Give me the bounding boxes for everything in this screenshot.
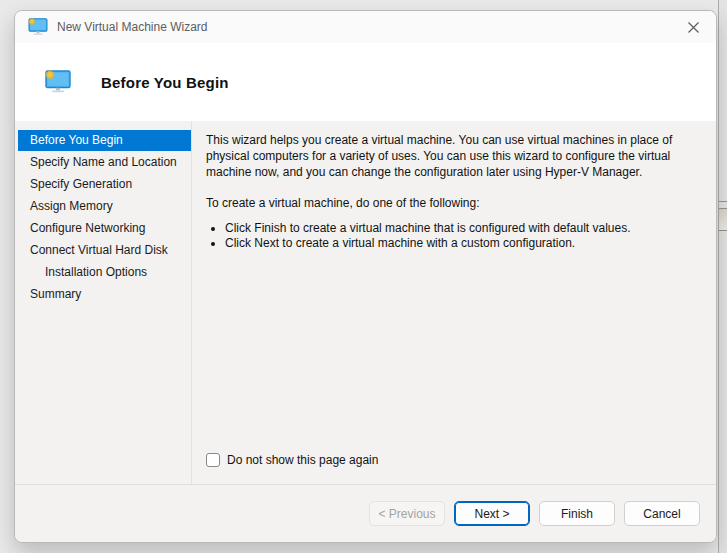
page-title: Before You Begin <box>101 74 229 91</box>
nav-item-installation-options[interactable]: Installation Options <box>18 262 191 283</box>
nav-item-connect-virtual-hard-disk[interactable]: Connect Virtual Hard Disk <box>18 240 191 261</box>
next-button[interactable]: Next > <box>454 501 530 526</box>
dont-show-again-checkbox[interactable] <box>206 453 220 467</box>
vm-wizard-icon <box>28 18 48 36</box>
close-button[interactable] <box>671 11 716 43</box>
nav-item-assign-memory[interactable]: Assign Memory <box>18 196 191 217</box>
window-title: New Virtual Machine Wizard <box>57 20 208 34</box>
nav-item-configure-networking[interactable]: Configure Networking <box>18 218 191 239</box>
wizard-header: Before You Begin <box>15 43 716 121</box>
dont-show-again-label: Do not show this page again <box>227 453 378 467</box>
title-bar: New Virtual Machine Wizard <box>15 11 716 43</box>
wizard-steps-nav: Before You Begin Specify Name and Locati… <box>15 121 191 484</box>
prompt-paragraph: To create a virtual machine, do one of t… <box>206 195 704 211</box>
wizard-body: Before You Begin Specify Name and Locati… <box>15 121 716 484</box>
options-list: Click Finish to create a virtual machine… <box>206 221 696 250</box>
option-finish-default: Click Finish to create a virtual machine… <box>225 221 696 236</box>
nav-item-specify-generation[interactable]: Specify Generation <box>18 174 191 195</box>
wizard-page-content: This wizard helps you create a virtual m… <box>191 121 716 484</box>
nav-item-before-you-begin[interactable]: Before You Begin <box>18 130 191 151</box>
new-vm-wizard-dialog: New Virtual Machine Wizard Befo <box>14 10 717 543</box>
wizard-footer: < Previous Next > Finish Cancel <box>15 484 716 542</box>
nav-item-specify-name-location[interactable]: Specify Name and Location <box>18 152 191 173</box>
previous-button: < Previous <box>369 501 445 526</box>
desktop-background: New Virtual Machine Wizard Befo <box>0 0 727 553</box>
cancel-button[interactable]: Cancel <box>624 501 700 526</box>
finish-button[interactable]: Finish <box>539 501 615 526</box>
dont-show-again-row[interactable]: Do not show this page again <box>206 453 378 467</box>
option-next-custom: Click Next to create a virtual machine w… <box>225 236 696 251</box>
background-line <box>719 201 727 202</box>
vm-wizard-icon <box>45 70 71 94</box>
background-window-edge <box>718 0 727 553</box>
intro-paragraph: This wizard helps you create a virtual m… <box>206 132 704 180</box>
nav-item-summary[interactable]: Summary <box>18 284 191 305</box>
background-scrollbar-artifact <box>719 209 727 231</box>
